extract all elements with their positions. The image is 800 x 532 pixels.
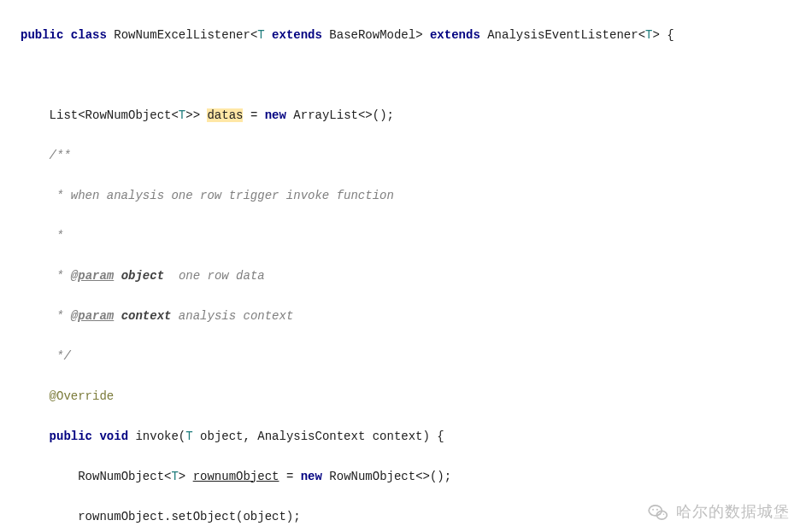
- class-name: RowNumExcelListener: [114, 28, 250, 42]
- watermark-text: 哈尔的数据城堡: [676, 502, 790, 523]
- type-param-T: T: [185, 430, 192, 443]
- keyword-class: class: [71, 28, 107, 42]
- keyword-public: public: [21, 28, 63, 42]
- type-param-T: T: [171, 470, 178, 483]
- keyword-void: void: [99, 430, 128, 443]
- javadoc-param-tag: @param: [71, 309, 114, 323]
- code-editor: public class RowNumExcelListener<T exten…: [0, 0, 800, 532]
- keyword-extends: extends: [430, 28, 480, 42]
- code-line-12: RowNumObject<T> rownumObject = new RowNu…: [21, 467, 800, 488]
- code-line-4: /**: [21, 146, 800, 167]
- javadoc-param-name: object: [121, 269, 164, 283]
- code-line-1: public class RowNumExcelListener<T exten…: [21, 26, 800, 46]
- code-line-6: *: [21, 226, 800, 247]
- keyword-new: new: [265, 108, 286, 122]
- svg-point-4: [659, 513, 661, 515]
- watermark: 哈尔的数据城堡: [647, 501, 790, 523]
- javadoc-open: /**: [50, 149, 71, 162]
- keyword-extends: extends: [272, 28, 322, 42]
- var-rownumObject: rownumObject: [193, 470, 279, 483]
- wechat-icon: [647, 501, 669, 523]
- type-param-T: T: [257, 28, 264, 42]
- keyword-new: new: [301, 470, 322, 483]
- code-line-3: List<RowNumObject<T>> datas = new ArrayL…: [21, 106, 800, 126]
- code-line-7: * @param object one row data: [21, 266, 800, 287]
- keyword-public: public: [50, 430, 92, 443]
- javadoc-param-name: context: [121, 309, 172, 323]
- javadoc-param-tag: @param: [71, 269, 114, 283]
- svg-point-2: [652, 509, 654, 511]
- svg-point-5: [663, 513, 665, 515]
- code-line-9: */: [21, 347, 800, 367]
- type-param-T: T: [179, 108, 185, 122]
- code-line-5: * when analysis one row trigger invoke f…: [21, 186, 800, 207]
- code-line-10: @Override: [21, 387, 800, 407]
- code-line-blank: [21, 66, 800, 86]
- code-line-11: public void invoke(T object, AnalysisCon…: [21, 427, 800, 447]
- code-line-8: * @param context analysis context: [21, 307, 800, 327]
- annotation-override: @Override: [50, 389, 115, 403]
- svg-point-3: [656, 509, 658, 511]
- var-datas: datas: [207, 108, 243, 122]
